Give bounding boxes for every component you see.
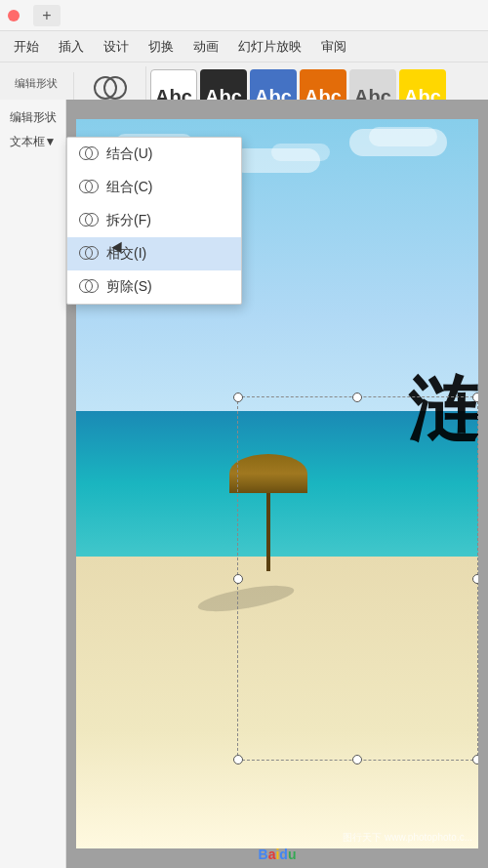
tab-design[interactable]: 设计 — [94, 34, 139, 60]
new-tab-button[interactable]: + — [33, 5, 61, 26]
dropdown-item-4[interactable]: 剪除(S) — [67, 270, 241, 304]
chinese-text-overlay: 涟 — [408, 374, 478, 444]
watermark: 图行天下 www.photophoto.c... — [343, 831, 472, 845]
tab-slideshow[interactable]: 幻灯片放映 — [228, 34, 311, 60]
umbrella-top — [229, 454, 307, 493]
left-textbox[interactable]: 文本框▼ — [4, 130, 61, 154]
dropdown-item-1[interactable]: 组合(C) — [67, 171, 241, 204]
split-icon — [79, 211, 99, 230]
umbrella — [229, 454, 307, 571]
tab-animation[interactable]: 动画 — [183, 34, 228, 60]
ribbon-tabs: 开始 插入 设计 切换 动画 幻灯片放映 审阅 — [0, 31, 488, 62]
dropdown-item-3[interactable]: 相交(I) — [67, 237, 241, 270]
combine-icon — [79, 145, 99, 164]
edit-shape-button[interactable]: 编辑形状 — [6, 72, 65, 95]
cloud-4 — [271, 144, 330, 161]
dropdown-item-2[interactable]: 拆分(F) — [67, 204, 241, 237]
circle2-icon — [103, 76, 127, 100]
close-dot[interactable] — [8, 10, 20, 21]
cloud-6 — [369, 127, 437, 146]
left-panel: 编辑形状 文本框▼ — [0, 100, 66, 868]
tab-start[interactable]: 开始 — [4, 34, 49, 60]
left-edit-shape[interactable]: 编辑形状 — [4, 105, 61, 130]
dropdown-item-0[interactable]: 结合(U) — [67, 138, 241, 171]
umbrella-pole — [266, 493, 270, 571]
merge-shape-dropdown: 结合(U) 组合(C) 拆分(F) 相交(I) 剪除(S) — [66, 137, 242, 305]
tab-transition[interactable]: 切换 — [139, 34, 183, 60]
title-bar: + — [0, 0, 488, 31]
baidu-logo: Baidu — [259, 847, 297, 862]
tab-insert[interactable]: 插入 — [49, 34, 94, 60]
group-icon — [79, 178, 99, 197]
tab-review[interactable]: 审阅 — [311, 34, 356, 60]
subtract-icon — [79, 277, 99, 297]
intersect-icon — [79, 244, 99, 264]
